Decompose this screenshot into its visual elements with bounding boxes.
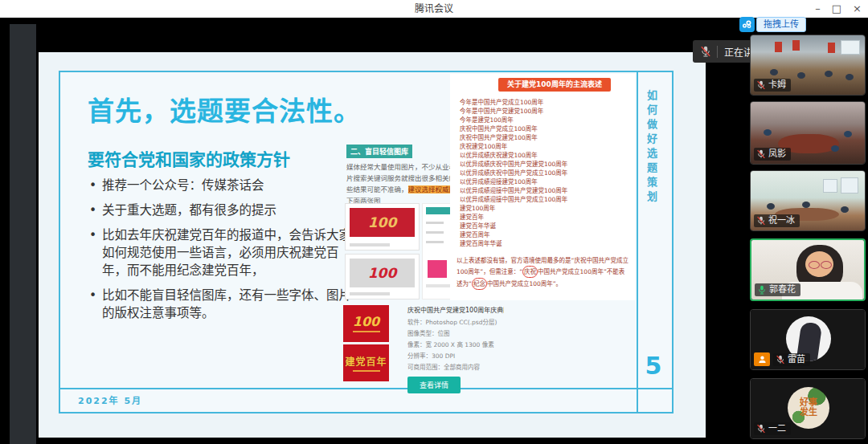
person-silhouette [797,72,805,79]
party-100-logo-grey: 100 [350,259,415,287]
participant-name: 凤影 [768,149,786,159]
image-caption-bar [350,292,390,295]
close-icon[interactable]: × [853,0,862,18]
expression-line: 今年是中国共产党建党100周年 [460,107,567,116]
expression-line: 以优异成绩庆祝建党100周年 [460,151,567,160]
stock-site-tag [426,207,453,214]
slide-bullet-list: 推荐一个公众号：传媒茶话会关于重大选题，都有很多的提示比如去年庆祝建党百年的报道… [89,177,361,329]
participant-name: 郭春花 [769,285,796,295]
expressions-note: 以上表述都没有错，官方语境使用最多的是“庆祝中国共产党成立100周年”，但需注意… [457,255,628,290]
note-circled-qingzhu: 庆祝 [522,266,538,278]
user-status-badge-icon [754,352,770,366]
slide-side-label: 如何做好选题策划 [644,90,659,206]
expression-line: 庆祝中国共产党成立100周年 [460,124,567,133]
slide-bullet: 推荐一个公众号：传媒茶话会 [89,177,361,194]
expression-line: 今年是中国共产党成立100周年 [460,98,567,107]
slide-bullet: 比如不能盲目轻信图库，还有一些字体、图片的版权注意事项等。 [89,287,361,322]
stock-spec-line: 可商用范围：全部商用内容 [407,362,504,373]
muted-mic-icon [776,355,784,365]
netdisk-icon [739,17,755,32]
expressions-panel: 关于建党100周年的主流表述 今年是中国共产党成立100周年今年是中国共产党建党… [450,74,635,300]
person-silhouette [831,145,839,152]
expressions-list: 今年是中国共产党成立100周年今年是中国共产党建党100周年今年是建党100周年… [460,98,567,248]
person-silhouette [825,71,833,77]
expression-line: 建党百年华诞 [460,222,567,230]
muted-mic-icon [757,149,765,159]
slide-bullet: 关于重大选题，都有很多的提示 [89,202,361,219]
slide-title: 首先，选题要合法性。 [88,90,361,128]
stock-spec-list: 软件：Photoshop CC(.psd分层)图像类型：位图像素：宽 2000 … [407,317,504,373]
red-flag [792,40,800,51]
article-heading: 二、盲目轻信图库 [346,145,412,158]
participant-name-chip: 祝一冰 [754,214,800,227]
stock-meta-bar [426,241,444,243]
person-silhouette [844,131,852,137]
stock-spec-line: 软件：Photoshop CC(.psd分层) [407,317,504,328]
window [841,40,860,55]
avatar-seal: 好事发生 [788,387,829,429]
minimize-icon[interactable]: – [815,0,821,18]
expression-line: 建党百周年 [460,230,567,239]
red-flag [775,42,782,52]
participant-name-chip: 一二 [754,422,791,435]
expression-line: 建党百年 [460,213,567,222]
expression-line: 以优异成绩庆祝中国共产党成立100周年 [460,169,567,177]
muted-mic-icon [757,80,765,90]
stock-spec-line: 分辨率：300 DPI [407,351,504,362]
avatar-seal-text: 好事发生 [798,398,819,418]
participant-name-chip: 郭春花 [755,283,800,296]
active-mic-icon [758,285,766,295]
participant-name: 一二 [768,424,786,434]
muted-mic-icon [757,216,765,226]
expression-line: 以优异成绩庆祝中国共产党建党100周年 [460,160,567,169]
participant-tile-yier[interactable]: 好事发生 一二 [750,378,866,439]
red-flag [828,43,835,53]
window-titlebar: 腾讯会议 – □ × [0,0,868,18]
slide-footer-date: 2022年 5月 [78,393,142,406]
slide-page-number: 5 [635,352,672,380]
drag-upload-button[interactable]: 拖拽上传 [739,17,806,32]
participant-tile-leimiao[interactable]: 雷苗 [750,309,866,370]
participant-name: 祝一冰 [768,216,795,226]
view-details-button: 查看详情 [407,377,461,393]
participant-tile-guochunhua-speaking[interactable]: 郭春花 [750,238,866,301]
party-100-logo: 100 [350,208,415,237]
drag-upload-label: 拖拽上传 [756,17,806,32]
person-silhouette [767,203,775,210]
maximize-icon[interactable]: □ [832,0,841,18]
person-silhouette [764,129,772,136]
banner-jiandang-text: 建党百年 [345,354,387,368]
expression-line: 今年是建党100周年 [460,116,567,124]
expression-line: 建党100周年 [460,204,567,213]
participant-name: 卡姆 [768,80,786,90]
participant-name-chip: 凤影 [754,148,791,161]
person-silhouette [770,69,778,75]
stock-detail-panel: 庆祝中国共产党建党100周年庆典图标志 软件：Photoshop CC(.psd… [407,305,504,393]
red-banner-100: 100 [343,305,389,342]
banner-underline [353,331,380,332]
toast-divider [717,46,718,58]
person-silhouette [845,74,854,80]
participant-tile-zhuyibing[interactable]: 祝一冰 [750,170,866,231]
stock-meta-bar [426,222,444,224]
slide-subtitle: 要符合党和国家的政策方针 [88,146,290,170]
expression-line: 建党百周年华诞 [460,239,567,248]
participant-tile-kamu[interactable]: 卡姆 [750,35,866,96]
expressions-banner: 关于建党100周年的主流表述 [498,78,611,92]
participant-name: 雷苗 [788,355,805,365]
tencent-meeting-window: 腾讯会议 – □ × 如何做好选题策划 5 2022年 5月 首先，选题要合法性… [0,0,868,444]
expression-line: 以优异成绩迎接建党100周年 [460,177,567,186]
window-title: 腾讯会议 [0,0,868,18]
image-caption-bar [350,243,390,246]
expression-line: 以优异成绩迎接中国共产党建党100周年 [460,186,567,195]
muted-mic-icon [757,424,765,434]
participant-tile-fengying[interactable]: 凤影 [750,101,866,165]
stock-image-card-grey: 100 [345,254,420,299]
expression-line: 以优异成绩迎接中国共产党成立100周年 [460,195,567,204]
window [841,177,858,193]
person-silhouette [841,206,849,213]
slide-footer-divider [60,388,672,389]
expression-line: 庆祝建党100周年 [460,142,567,151]
glasses [821,261,832,269]
person-silhouette [802,202,810,208]
